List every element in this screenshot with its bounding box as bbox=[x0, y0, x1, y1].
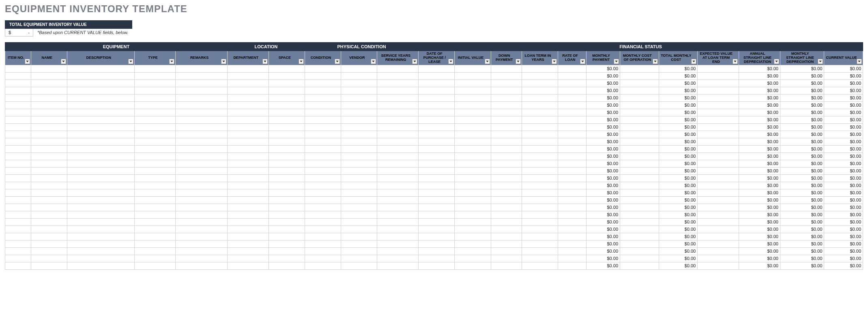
cell-initial-value[interactable] bbox=[455, 247, 491, 255]
cell-annual-sl-dep[interactable]: $0.00 bbox=[739, 94, 780, 101]
cell-monthly-sl-dep[interactable]: $0.00 bbox=[780, 233, 824, 240]
cell-annual-sl-dep[interactable]: $0.00 bbox=[739, 247, 780, 255]
cell-rate-loan[interactable] bbox=[558, 152, 587, 160]
cell-vendor[interactable] bbox=[341, 94, 377, 101]
filter-button-down-payment[interactable] bbox=[516, 59, 521, 64]
cell-item-no[interactable] bbox=[5, 182, 31, 189]
cell-annual-sl-dep[interactable]: $0.00 bbox=[739, 65, 780, 72]
cell-loan-term[interactable] bbox=[522, 196, 558, 204]
cell-rate-loan[interactable] bbox=[558, 189, 587, 196]
cell-total-monthly[interactable]: $0.00 bbox=[659, 204, 698, 211]
cell-department[interactable] bbox=[227, 218, 269, 225]
cell-condition[interactable] bbox=[305, 167, 341, 174]
cell-current-value[interactable]: $0.00 bbox=[824, 225, 863, 233]
cell-loan-term[interactable] bbox=[522, 182, 558, 189]
cell-loan-term[interactable] bbox=[522, 204, 558, 211]
cell-annual-sl-dep[interactable]: $0.00 bbox=[739, 131, 780, 138]
cell-down-payment[interactable] bbox=[491, 240, 522, 247]
cell-monthly-sl-dep[interactable]: $0.00 bbox=[780, 167, 824, 174]
cell-down-payment[interactable] bbox=[491, 94, 522, 101]
cell-department[interactable] bbox=[227, 262, 269, 269]
cell-date-purchase[interactable] bbox=[419, 262, 455, 269]
cell-type[interactable] bbox=[134, 101, 176, 109]
cell-monthly-payment[interactable]: $0.00 bbox=[587, 174, 620, 182]
cell-rate-loan[interactable] bbox=[558, 94, 587, 101]
cell-current-value[interactable]: $0.00 bbox=[824, 160, 863, 167]
cell-monthly-cost-op[interactable] bbox=[620, 138, 659, 145]
cell-description[interactable] bbox=[67, 262, 134, 269]
cell-description[interactable] bbox=[67, 204, 134, 211]
cell-total-monthly[interactable]: $0.00 bbox=[659, 255, 698, 262]
cell-initial-value[interactable] bbox=[455, 123, 491, 131]
cell-monthly-payment[interactable]: $0.00 bbox=[587, 247, 620, 255]
cell-item-no[interactable] bbox=[5, 138, 31, 145]
cell-down-payment[interactable] bbox=[491, 225, 522, 233]
cell-monthly-cost-op[interactable] bbox=[620, 255, 659, 262]
cell-description[interactable] bbox=[67, 196, 134, 204]
cell-monthly-sl-dep[interactable]: $0.00 bbox=[780, 262, 824, 269]
cell-monthly-sl-dep[interactable]: $0.00 bbox=[780, 94, 824, 101]
cell-rate-loan[interactable] bbox=[558, 182, 587, 189]
cell-space[interactable] bbox=[269, 152, 305, 160]
cell-initial-value[interactable] bbox=[455, 204, 491, 211]
cell-condition[interactable] bbox=[305, 211, 341, 218]
cell-annual-sl-dep[interactable]: $0.00 bbox=[739, 240, 780, 247]
cell-annual-sl-dep[interactable]: $0.00 bbox=[739, 160, 780, 167]
cell-space[interactable] bbox=[269, 94, 305, 101]
cell-item-no[interactable] bbox=[5, 233, 31, 240]
cell-rate-loan[interactable] bbox=[558, 225, 587, 233]
cell-monthly-sl-dep[interactable]: $0.00 bbox=[780, 138, 824, 145]
cell-total-monthly[interactable]: $0.00 bbox=[659, 101, 698, 109]
cell-loan-term[interactable] bbox=[522, 79, 558, 87]
cell-total-monthly[interactable]: $0.00 bbox=[659, 79, 698, 87]
cell-description[interactable] bbox=[67, 233, 134, 240]
cell-condition[interactable] bbox=[305, 109, 341, 116]
cell-type[interactable] bbox=[134, 160, 176, 167]
cell-date-purchase[interactable] bbox=[419, 116, 455, 123]
cell-total-monthly[interactable]: $0.00 bbox=[659, 138, 698, 145]
cell-annual-sl-dep[interactable]: $0.00 bbox=[739, 101, 780, 109]
cell-service-years[interactable] bbox=[377, 138, 419, 145]
cell-service-years[interactable] bbox=[377, 255, 419, 262]
cell-name[interactable] bbox=[31, 262, 67, 269]
cell-description[interactable] bbox=[67, 116, 134, 123]
cell-item-no[interactable] bbox=[5, 247, 31, 255]
cell-remarks[interactable] bbox=[176, 79, 227, 87]
cell-total-monthly[interactable]: $0.00 bbox=[659, 233, 698, 240]
filter-button-type[interactable] bbox=[169, 59, 174, 64]
cell-loan-term[interactable] bbox=[522, 131, 558, 138]
cell-condition[interactable] bbox=[305, 218, 341, 225]
cell-monthly-cost-op[interactable] bbox=[620, 247, 659, 255]
cell-total-monthly[interactable]: $0.00 bbox=[659, 167, 698, 174]
cell-expected-value[interactable] bbox=[698, 152, 739, 160]
cell-item-no[interactable] bbox=[5, 65, 31, 72]
filter-button-date-purchase[interactable] bbox=[448, 59, 453, 64]
cell-service-years[interactable] bbox=[377, 145, 419, 152]
cell-space[interactable] bbox=[269, 218, 305, 225]
cell-loan-term[interactable] bbox=[522, 109, 558, 116]
cell-type[interactable] bbox=[134, 247, 176, 255]
cell-monthly-payment[interactable]: $0.00 bbox=[587, 131, 620, 138]
cell-current-value[interactable]: $0.00 bbox=[824, 87, 863, 94]
cell-down-payment[interactable] bbox=[491, 182, 522, 189]
cell-vendor[interactable] bbox=[341, 182, 377, 189]
cell-department[interactable] bbox=[227, 167, 269, 174]
filter-button-item-no[interactable] bbox=[25, 59, 30, 64]
cell-type[interactable] bbox=[134, 189, 176, 196]
cell-rate-loan[interactable] bbox=[558, 109, 587, 116]
cell-initial-value[interactable] bbox=[455, 138, 491, 145]
cell-loan-term[interactable] bbox=[522, 233, 558, 240]
cell-expected-value[interactable] bbox=[698, 218, 739, 225]
cell-monthly-cost-op[interactable] bbox=[620, 262, 659, 269]
cell-department[interactable] bbox=[227, 131, 269, 138]
cell-monthly-payment[interactable]: $0.00 bbox=[587, 255, 620, 262]
cell-description[interactable] bbox=[67, 240, 134, 247]
cell-rate-loan[interactable] bbox=[558, 131, 587, 138]
filter-button-condition[interactable] bbox=[335, 59, 340, 64]
cell-expected-value[interactable] bbox=[698, 123, 739, 131]
cell-item-no[interactable] bbox=[5, 240, 31, 247]
cell-down-payment[interactable] bbox=[491, 131, 522, 138]
filter-button-service-years[interactable] bbox=[412, 59, 417, 64]
filter-button-current-value[interactable] bbox=[857, 59, 862, 64]
cell-monthly-payment[interactable]: $0.00 bbox=[587, 211, 620, 218]
